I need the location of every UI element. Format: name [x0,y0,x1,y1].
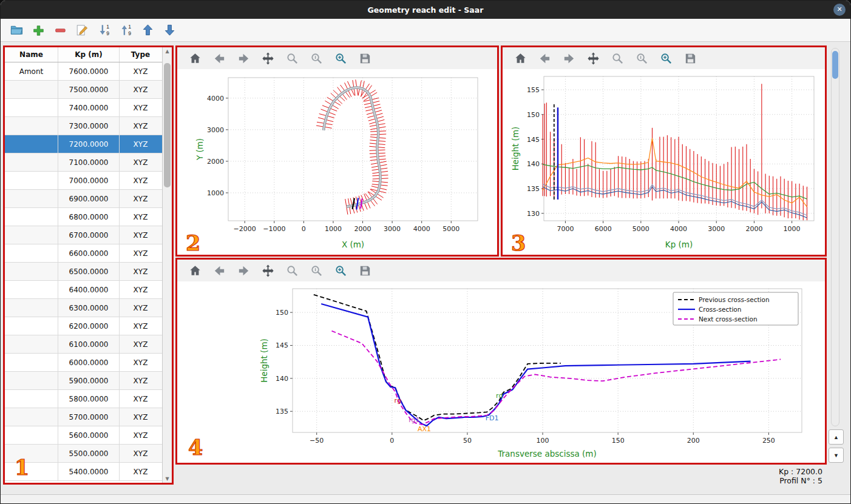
plan-view-chart[interactable]: −2000−1000010002000300040005000100020003… [177,69,496,254]
zoom-icon [285,52,299,66]
cross-section-figure: −50050100150200250135140145150Transverse… [177,281,825,463]
titlebar: Geometry reach edit - Saar ✕ [1,1,850,19]
table-row[interactable]: 5700.0000XYZ [5,408,162,426]
longitudinal-profile-chart[interactable]: 7000600050004000300020001000130135140145… [503,69,824,254]
open-file-button[interactable] [8,22,25,39]
customize-button[interactable] [333,263,348,278]
svg-text:Height (m): Height (m) [510,127,520,171]
save-button[interactable] [357,263,373,278]
profile-up-button[interactable]: ▲ [829,429,844,445]
save-button[interactable] [357,50,373,66]
sort-ascending-button[interactable]: 19 [95,22,112,39]
home-button[interactable] [512,50,528,66]
cell-name [5,281,58,298]
svg-text:4000: 4000 [413,225,430,233]
forward-button[interactable] [236,263,251,278]
table-row[interactable]: 6400.0000XYZ [5,281,162,299]
move-down-button[interactable] [161,22,178,39]
back-button[interactable] [211,50,227,66]
up-arrow-icon [141,23,155,37]
home-button[interactable] [187,50,203,66]
customize-button[interactable] [658,50,674,66]
table-scroll-up-icon[interactable]: ▲ [163,49,172,54]
cell-type: XYZ [120,172,161,189]
cell-type: XYZ [120,317,161,335]
table-row[interactable]: 5900.0000XYZ [5,372,162,390]
column-header-type[interactable]: Type [120,47,161,62]
window-scrollbar[interactable] [831,48,839,426]
subplots-icon [310,264,324,278]
cell-type: XYZ [120,244,161,262]
window-scrollbar-thumb[interactable] [832,51,838,79]
pan-button[interactable] [260,263,276,278]
cell-kp: 7200.0000 [58,135,120,153]
subplots-button[interactable] [634,50,649,66]
table-scrollbar[interactable]: ▲ ▼ [162,47,172,483]
profile-down-button[interactable]: ▼ [829,448,844,463]
table-row[interactable]: 6300.0000XYZ [5,299,162,317]
table-row[interactable]: 5800.0000XYZ [5,390,162,408]
svg-text:100: 100 [537,437,549,445]
table-row[interactable]: 6500.0000XYZ [5,263,162,281]
add-profile-button[interactable] [30,22,47,39]
table-row[interactable]: 6800.0000XYZ [5,208,162,226]
table-row[interactable]: 5600.0000XYZ [5,426,162,445]
table-row[interactable]: 7000.0000XYZ [5,172,162,190]
cell-type: XYZ [120,354,161,371]
subplots-icon [635,52,649,66]
svg-text:140: 140 [276,375,288,383]
table-row[interactable]: 6200.0000XYZ [5,317,162,335]
pan-button[interactable] [260,50,276,66]
column-header-kp[interactable]: Kp (m) [58,47,120,62]
table-row[interactable]: 6100.0000XYZ [5,335,162,354]
home-button[interactable] [187,263,203,278]
cross-section-chart[interactable]: −50050100150200250135140145150Transverse… [177,281,824,463]
table-row[interactable]: Amont7600.0000XYZ [5,62,162,81]
svg-text:rg1: rg1 [409,416,419,424]
zoom-button[interactable] [284,50,300,66]
region-annotation-4: 4 [188,437,203,458]
edit-profile-button[interactable] [73,22,90,39]
move-up-button[interactable] [139,22,156,39]
table-row[interactable]: 6700.0000XYZ [5,226,162,244]
cell-name [5,317,58,335]
close-icon: ✕ [836,5,842,13]
table-scrollbar-thumb[interactable] [164,63,171,187]
cell-type: XYZ [120,226,161,244]
forward-button[interactable] [236,50,251,66]
table-row[interactable]: 7200.0000XYZ [5,135,162,153]
cell-type: XYZ [120,117,161,135]
svg-text:2000: 2000 [207,158,224,166]
cell-name [5,244,58,262]
cell-kp: 6400.0000 [58,281,120,298]
cell-kp: 6500.0000 [58,263,120,280]
cell-type: XYZ [120,62,161,80]
back-icon [212,264,226,278]
forward-button[interactable] [561,50,577,66]
close-button[interactable]: ✕ [833,4,846,16]
edit-pencil-icon [75,24,89,37]
zoom-button[interactable] [284,263,300,278]
table-row[interactable]: 6900.0000XYZ [5,190,162,208]
table-row[interactable]: 7100.0000XYZ [5,153,162,172]
table-row[interactable]: 6000.0000XYZ [5,354,162,372]
subplots-button[interactable] [308,263,324,278]
sort-descending-button[interactable]: 19 [117,22,134,39]
cell-type: XYZ [120,208,161,226]
save-button[interactable] [682,50,698,66]
customize-button[interactable] [333,50,348,66]
remove-profile-button[interactable] [52,22,69,39]
cell-type: XYZ [120,372,161,389]
zoom-button[interactable] [609,50,625,66]
column-header-name[interactable]: Name [5,47,58,62]
table-row[interactable]: 7400.0000XYZ [5,99,162,117]
table-row[interactable]: 6600.0000XYZ [5,244,162,263]
back-button[interactable] [211,263,227,278]
table-row[interactable]: 7500.0000XYZ [5,81,162,99]
table-row[interactable]: 7300.0000XYZ [5,117,162,135]
table-scroll-down-icon[interactable]: ▼ [163,476,172,482]
pan-button[interactable] [585,50,601,66]
customize-icon [334,264,348,278]
subplots-button[interactable] [308,50,324,66]
back-button[interactable] [537,50,552,66]
